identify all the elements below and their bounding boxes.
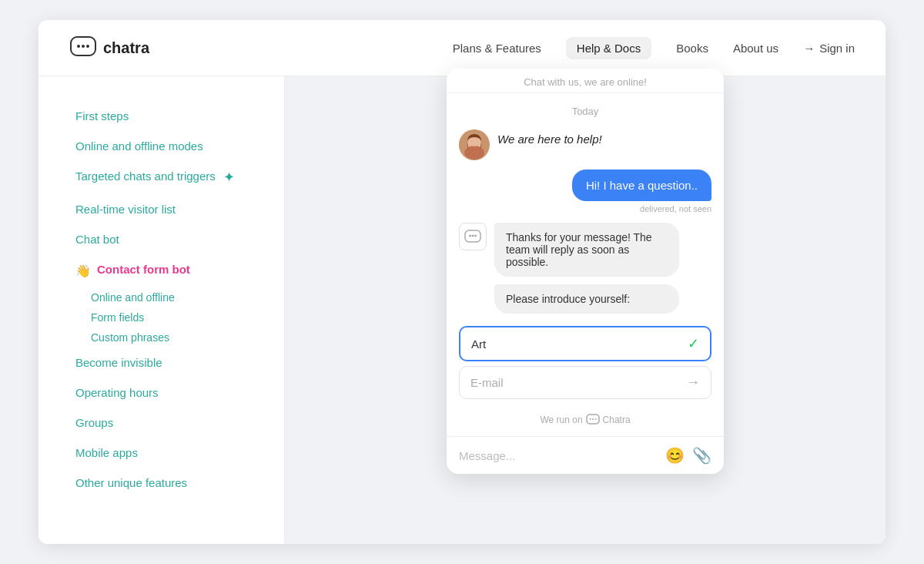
sidebar-item-invisible[interactable]: Become invisible [75, 347, 256, 378]
user-message: Hi! I have a question.. [572, 170, 711, 201]
arrow-icon: → [686, 374, 700, 391]
chat-widget: Chat with us, we are online! Today [447, 69, 724, 474]
body: First steps Online and offline modes Tar… [38, 76, 886, 544]
bot-svg [464, 228, 481, 245]
nav: Plans & Features Help & Docs Books About… [453, 37, 855, 59]
message-placeholder: Message... [459, 449, 515, 462]
svg-point-14 [592, 418, 594, 420]
agent-avatar [459, 129, 490, 160]
svg-point-10 [472, 235, 474, 237]
agent-message: We are here to help! [497, 129, 602, 149]
email-placeholder: E-mail [470, 376, 504, 389]
name-field[interactable]: Art ✓ [459, 326, 711, 361]
agent-message-row: We are here to help! [459, 129, 711, 160]
sidebar-item-mobile[interactable]: Mobile apps [75, 438, 256, 468]
nav-plans[interactable]: Plans & Features [453, 42, 541, 55]
sidebar-item-online-offline[interactable]: Online and offline modes [75, 131, 256, 161]
avatar-svg [459, 129, 490, 160]
sidebar: First steps Online and offline modes Tar… [38, 76, 285, 544]
chat-messages: Today [447, 93, 724, 320]
bot-icon [459, 223, 487, 250]
emoji-icon[interactable]: 😊 [665, 446, 685, 465]
chat-input-icons: 😊 📎 [665, 446, 711, 465]
svg-point-15 [594, 418, 596, 420]
sidebar-item-groups[interactable]: Groups [75, 408, 256, 438]
nav-signin[interactable]: → Sign in [803, 42, 855, 55]
chat-form-area: Art ✓ E-mail → [447, 320, 724, 407]
chat-date: Today [459, 106, 711, 117]
logo[interactable]: chatra [69, 34, 149, 62]
sidebar-item-unique[interactable]: Other unique features [75, 468, 256, 498]
logo-icon [69, 34, 97, 62]
user-message-row: Hi! I have a question.. delivered, not s… [459, 170, 711, 213]
chat-input-bar[interactable]: Message... 😊 📎 [447, 436, 724, 474]
sidebar-sub-form-fields[interactable]: Form fields [91, 307, 256, 327]
sidebar-sub-custom-phrases[interactable]: Custom phrases [91, 327, 256, 347]
svg-point-7 [470, 137, 479, 146]
chat-top-text: Chat with us, we are online! [524, 76, 647, 88]
svg-point-13 [589, 418, 591, 420]
chat-top-bar: Chat with us, we are online! [447, 69, 724, 93]
email-field[interactable]: E-mail → [459, 366, 711, 399]
sidebar-sub-items: Online and offline Form fields Custom ph… [75, 287, 256, 347]
chat-powered: We run on Chatra [447, 407, 724, 436]
logo-text: chatra [103, 39, 149, 57]
bot-message-1: Thanks for your message! The team will r… [494, 223, 679, 277]
sidebar-item-chatbot[interactable]: Chat bot [75, 224, 256, 254]
name-value: Art [471, 337, 486, 351]
svg-point-6 [464, 146, 484, 159]
nav-about[interactable]: About us [733, 42, 778, 55]
page-container: chatra Plans & Features Help & Docs Book… [38, 20, 886, 544]
sidebar-item-hours[interactable]: Operating hours [75, 378, 256, 408]
bot-message-row: Thanks for your message! The team will r… [459, 223, 711, 314]
sidebar-sub-online-offline[interactable]: Online and offline [91, 287, 256, 307]
svg-point-2 [82, 45, 85, 48]
agent-avatar-img [459, 129, 490, 160]
sun-icon: ✦ [223, 168, 235, 187]
sidebar-item-targeted[interactable]: Targeted chats and triggers ✦ [75, 161, 256, 194]
svg-point-9 [469, 235, 471, 237]
main-content: Chat with us, we are online! Today [285, 76, 886, 544]
user-message-status: delivered, not seen [640, 204, 711, 213]
sidebar-item-first-steps[interactable]: First steps [75, 101, 256, 131]
bot-bubbles: Thanks for your message! The team will r… [494, 223, 679, 314]
sidebar-item-contact-form[interactable]: 👋 Contact form bot [75, 254, 256, 287]
signin-icon: → [803, 42, 815, 55]
hand-icon: 👋 [75, 263, 91, 280]
attach-icon[interactable]: 📎 [692, 446, 711, 465]
nav-help[interactable]: Help & Docs [566, 37, 651, 59]
sidebar-item-realtime[interactable]: Real-time visitor list [75, 194, 256, 224]
svg-point-11 [474, 235, 477, 237]
svg-point-1 [77, 45, 80, 48]
svg-point-3 [86, 45, 89, 48]
nav-books[interactable]: Books [676, 42, 708, 55]
check-icon: ✓ [688, 335, 699, 352]
bot-message-2: Please introduce yourself: [494, 284, 679, 314]
chatra-logo-small [586, 413, 600, 427]
